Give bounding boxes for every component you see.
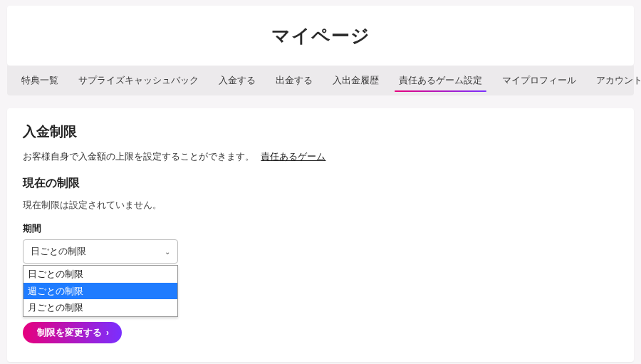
- tab-benefits[interactable]: 特典一覧: [11, 66, 68, 95]
- period-option-daily[interactable]: 日ごとの制限: [24, 266, 177, 283]
- tab-my-profile[interactable]: マイプロフィール: [492, 66, 586, 95]
- submit-area: 制限を変更する ›: [23, 322, 618, 343]
- tab-label: 出金する: [276, 75, 313, 87]
- page-title: マイページ: [271, 24, 370, 48]
- period-select-value: 日ごとの制限: [31, 245, 86, 258]
- tab-label: アカウント認証: [596, 75, 641, 87]
- current-limit-heading: 現在の制限: [23, 176, 618, 191]
- period-select-wrap: 日ごとの制限 ⌄ 日ごとの制限 週ごとの制限 月ごとの制限: [23, 239, 178, 264]
- panel-description-text: お客様自身で入金額の上限を設定することができます。: [23, 152, 254, 162]
- current-limit-note: 現在制限は設定されていません。: [23, 199, 618, 212]
- tab-label: サプライズキャッシュバック: [78, 75, 199, 87]
- tab-label: マイプロフィール: [502, 75, 576, 87]
- panel-heading: 入金制限: [23, 123, 618, 141]
- tab-history[interactable]: 入出金履歴: [323, 66, 389, 95]
- period-select[interactable]: 日ごとの制限 ⌄: [23, 239, 178, 264]
- tab-withdraw[interactable]: 出金する: [266, 66, 323, 95]
- tab-label: 特典一覧: [21, 75, 58, 87]
- period-option-weekly[interactable]: 週ごとの制限: [24, 283, 177, 300]
- responsible-gaming-link[interactable]: 責任あるゲーム: [261, 152, 325, 162]
- tab-label: 責任あるゲーム設定: [399, 75, 482, 87]
- tab-deposit[interactable]: 入金する: [209, 66, 266, 95]
- panel-description: お客様自身で入金額の上限を設定することができます。 責任あるゲーム: [23, 151, 618, 163]
- deposit-limit-panel: 入金制限 お客様自身で入金額の上限を設定することができます。 責任あるゲーム 現…: [7, 108, 634, 362]
- tab-label: 入出金履歴: [333, 75, 379, 87]
- chevron-right-icon: ›: [106, 328, 109, 338]
- page-header: マイページ: [7, 6, 634, 66]
- tab-account-verification[interactable]: アカウント認証: [586, 66, 641, 95]
- change-limit-button-label: 制限を変更する: [37, 326, 102, 339]
- tab-surprise-cashback[interactable]: サプライズキャッシュバック: [68, 66, 209, 95]
- tab-responsible-gaming[interactable]: 責任あるゲーム設定: [389, 66, 492, 95]
- tab-bar: 特典一覧 サプライズキャッシュバック 入金する 出金する 入出金履歴 責任あるゲ…: [7, 66, 634, 95]
- change-limit-button[interactable]: 制限を変更する ›: [23, 322, 122, 343]
- chevron-down-icon: ⌄: [165, 248, 170, 256]
- period-dropdown: 日ごとの制限 週ごとの制限 月ごとの制限: [23, 265, 178, 317]
- period-label: 期間: [23, 223, 618, 235]
- tab-label: 入金する: [219, 75, 256, 87]
- period-option-monthly[interactable]: 月ごとの制限: [24, 299, 177, 316]
